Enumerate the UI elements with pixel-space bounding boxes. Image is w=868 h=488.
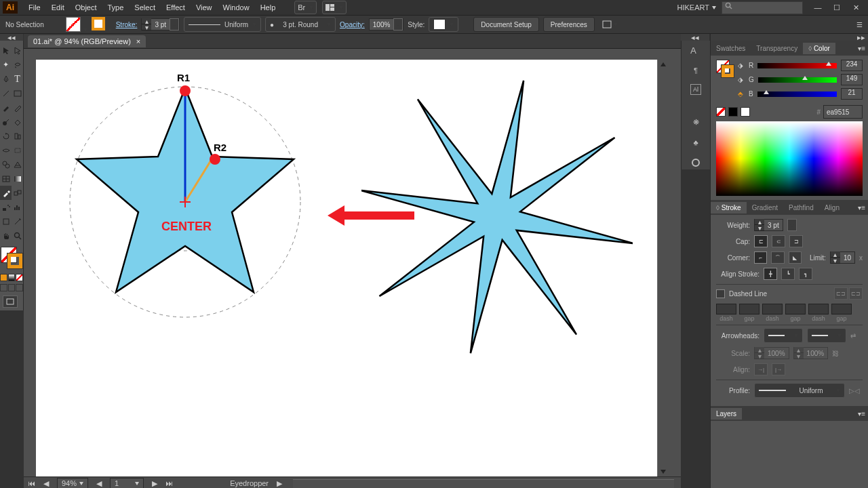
tab-stroke[interactable]: ◊ Stroke: [711, 202, 747, 214]
glyphs-panel-icon[interactable]: Al: [690, 84, 701, 95]
dash-align-corners[interactable]: ⊏⊐: [849, 287, 863, 300]
g-slider[interactable]: [758, 77, 837, 83]
control-bar-menu-icon[interactable]: ☰: [856, 21, 863, 28]
profile-dropdown[interactable]: Uniform: [754, 383, 845, 398]
r-value[interactable]: 234: [841, 60, 863, 71]
align-center[interactable]: ╋: [764, 268, 777, 280]
gap-1[interactable]: [739, 304, 760, 314]
paintbrush-tool[interactable]: [0, 100, 12, 115]
corner-bevel[interactable]: ◣: [789, 251, 802, 264]
flip-profile-icon[interactable]: ▷◁: [849, 387, 860, 394]
stroke-color-swatch[interactable]: [92, 17, 105, 30]
align-to-button[interactable]: [599, 18, 620, 30]
draw-normal[interactable]: [0, 284, 7, 291]
zoom-level[interactable]: 94%: [57, 478, 88, 488]
arrow-align-end[interactable]: |→: [772, 363, 785, 375]
menu-object[interactable]: Object: [70, 2, 102, 13]
lasso-tool[interactable]: [12, 58, 23, 72]
arrow-align-tip[interactable]: →|: [754, 363, 768, 375]
document-tab[interactable]: 01.ai* @ 94% (RGB/Preview) ×: [28, 35, 146, 47]
color-spectrum[interactable]: [716, 121, 863, 196]
tab-gradient[interactable]: Gradient: [747, 202, 783, 214]
menu-type[interactable]: Type: [102, 2, 130, 13]
search-input[interactable]: [722, 1, 803, 14]
dash-3[interactable]: [808, 304, 829, 314]
dash-2[interactable]: [762, 304, 783, 314]
tab-color[interactable]: ◊ Color: [803, 43, 835, 54]
arrowhead-start[interactable]: [764, 328, 803, 343]
magic-wand-tool[interactable]: ✦: [0, 58, 12, 72]
draw-behind[interactable]: [8, 284, 16, 291]
dash-preserve-exact[interactable]: ⊏⊐: [834, 287, 848, 300]
first-artboard-icon[interactable]: ⏮: [28, 479, 35, 487]
panel-menu-icon[interactable]: ▾≡: [855, 45, 868, 52]
reflect-tool[interactable]: [12, 129, 23, 143]
tab-swatches[interactable]: Swatches: [711, 43, 751, 54]
dashed-line-checkbox[interactable]: [716, 289, 725, 298]
menu-effect[interactable]: Effect: [161, 2, 191, 13]
stroke-weight-spinner[interactable]: ▴▾ 3 pt: [754, 219, 783, 231]
arrowhead-end[interactable]: [807, 328, 846, 343]
menu-window[interactable]: Window: [218, 2, 255, 13]
arrange-documents-button[interactable]: [322, 1, 347, 14]
vertical-scrollbar[interactable]: [657, 60, 669, 476]
scale-end[interactable]: ▴▾100%: [793, 347, 829, 359]
brush-definition-dropdown-2[interactable]: ●3 pt. Round: [265, 17, 336, 32]
menu-file[interactable]: File: [23, 2, 46, 13]
corner-round[interactable]: ⌒: [771, 251, 784, 264]
rotate-tool[interactable]: [0, 129, 12, 143]
gap-3[interactable]: [831, 304, 852, 314]
menu-view[interactable]: View: [191, 2, 218, 13]
weight-dropdown[interactable]: [787, 219, 797, 231]
link-scale-icon[interactable]: ⛓: [832, 350, 839, 357]
prev-page-icon[interactable]: ◀: [96, 479, 102, 488]
blend-tool[interactable]: [12, 186, 23, 200]
line-tool[interactable]: [0, 86, 12, 100]
color-mode-solid[interactable]: [0, 274, 7, 281]
cap-round[interactable]: ⊂: [772, 235, 785, 247]
mesh-tool[interactable]: [0, 171, 12, 186]
brushes-panel-icon[interactable]: ❋: [689, 115, 703, 129]
blob-brush-tool[interactable]: [0, 115, 12, 129]
fill-stroke-selector[interactable]: [1, 247, 22, 268]
b-value[interactable]: 21: [841, 88, 863, 100]
rectangle-tool[interactable]: [12, 86, 23, 100]
dash-1[interactable]: [716, 304, 736, 314]
canvas[interactable]: R1 R2 CENTER: [36, 60, 657, 476]
prev-artboard-icon[interactable]: ◀: [43, 479, 49, 488]
gradient-tool[interactable]: [12, 171, 23, 186]
tab-transparency[interactable]: Transparency: [751, 43, 803, 54]
artboard-tool[interactable]: [0, 214, 12, 228]
maximize-button[interactable]: ☐: [827, 1, 846, 14]
type-tool[interactable]: T: [12, 72, 23, 86]
corner-miter[interactable]: ⌐: [754, 251, 767, 264]
last-artboard-icon[interactable]: ⏭: [165, 479, 173, 487]
tab-align[interactable]: Align: [819, 202, 845, 214]
paragraph-panel-icon[interactable]: ¶: [689, 64, 703, 77]
perspective-grid-tool[interactable]: [12, 157, 23, 171]
align-outside[interactable]: ┓: [799, 268, 812, 280]
user-account-dropdown[interactable]: HIKEART: [677, 3, 716, 12]
screen-mode-button[interactable]: [3, 296, 18, 308]
close-tab-icon[interactable]: ×: [136, 37, 140, 45]
direct-selection-tool[interactable]: [12, 43, 23, 58]
selection-tool[interactable]: [0, 43, 12, 58]
stroke-dropdown[interactable]: [108, 28, 112, 32]
stroke-swatch[interactable]: [7, 253, 22, 268]
stroke-weight-input[interactable]: ▴▾ 3 pt: [141, 18, 180, 30]
horizontal-scrollbar[interactable]: [293, 479, 674, 488]
tab-layers[interactable]: Layers: [711, 408, 742, 420]
eraser-tool[interactable]: [12, 115, 23, 129]
menu-help[interactable]: Help: [255, 2, 281, 13]
close-button[interactable]: ✕: [846, 1, 865, 14]
side-panel-collapse[interactable]: ◂◂: [681, 34, 709, 41]
appearance-panel-icon[interactable]: [689, 156, 703, 169]
symbol-sprayer-tool[interactable]: [0, 200, 12, 214]
scale-start[interactable]: ▴▾100%: [754, 347, 789, 359]
layers-panel-menu-icon[interactable]: ▾≡: [855, 410, 868, 418]
swap-arrowheads-icon[interactable]: ⇄: [850, 332, 856, 340]
g-value[interactable]: 149: [841, 74, 863, 85]
tab-pathfinder[interactable]: Pathfind: [783, 202, 819, 214]
r-slider[interactable]: [757, 63, 837, 68]
graphic-style-dropdown[interactable]: [429, 17, 458, 32]
